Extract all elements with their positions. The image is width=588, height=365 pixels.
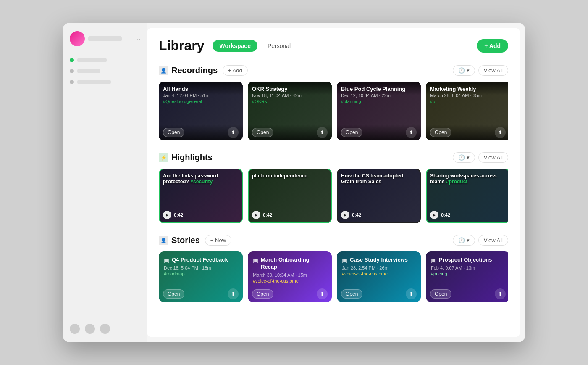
highlight-card: Sharing workspaces across teams #product… xyxy=(426,169,508,223)
story-bottom: Open ⬆ xyxy=(159,286,243,302)
recording-card: Marketing Weekly March 28, 8:04 AM · 35m… xyxy=(426,82,508,140)
card-open-button[interactable]: Open xyxy=(252,128,273,137)
highlight-tag: #security xyxy=(190,179,213,185)
export-icon[interactable]: ⬆ xyxy=(228,127,239,138)
card-bottom: Open ⬆ xyxy=(248,124,332,140)
story-title: Case Study Interviews xyxy=(350,257,408,264)
recordings-sort-button[interactable]: 🕐 ▾ xyxy=(453,65,475,76)
card-date: Nov 18, 11:04 AM · 42m xyxy=(252,93,328,98)
export-icon[interactable]: ⬆ xyxy=(406,127,417,138)
nav-item-label xyxy=(77,58,107,62)
story-open-button[interactable]: Open xyxy=(252,289,273,299)
highlight-play-row: ▶ 0:42 xyxy=(430,211,450,219)
highlights-view-all-button[interactable]: View All xyxy=(478,152,508,163)
play-button[interactable]: ▶ xyxy=(341,211,349,219)
highlights-icon: ⚡ xyxy=(159,153,168,162)
play-button[interactable]: ▶ xyxy=(430,211,438,219)
card-title: Marketing Weekly xyxy=(430,86,506,92)
card-open-button[interactable]: Open xyxy=(163,128,184,137)
play-button[interactable]: ▶ xyxy=(163,211,171,219)
sidebar-username xyxy=(88,36,122,41)
card-date: Jan 4, 12:04 PM · 51m xyxy=(163,93,239,98)
stories-sort-button[interactable]: 🕐 ▾ xyxy=(453,235,475,246)
card-date: March 28, 8:04 AM · 35m xyxy=(430,93,506,98)
sidebar-nav-item-2[interactable] xyxy=(70,67,140,75)
recordings-title: Recordings xyxy=(171,66,218,75)
export-icon[interactable]: ⬆ xyxy=(495,288,506,299)
highlight-title: Are the links password protected? #secur… xyxy=(163,173,239,185)
nav-dot xyxy=(70,58,74,62)
highlights-header: ⚡ Highlights 🕐 ▾ View All xyxy=(159,152,508,163)
tab-workspace-button[interactable]: Workspace xyxy=(213,40,257,52)
story-icon: ▣ xyxy=(164,257,169,264)
tab-personal-button[interactable]: Personal xyxy=(261,40,297,52)
export-icon[interactable]: ⬆ xyxy=(317,288,328,299)
story-tag: #voice-of-the-customer xyxy=(342,271,416,276)
card-date: Dec 12, 10:44 AM · 22m xyxy=(341,93,417,98)
card-tag: #pr xyxy=(430,99,506,104)
play-button[interactable]: ▶ xyxy=(252,211,260,219)
sidebar-more-icon[interactable]: ··· xyxy=(135,35,140,42)
story-card: ▣ Case Study Interviews Jan 28, 2:54 PM … xyxy=(337,251,421,302)
recordings-view-all-button[interactable]: View All xyxy=(478,65,508,76)
export-icon[interactable]: ⬆ xyxy=(228,288,239,299)
stories-icon: 👤 xyxy=(159,236,168,245)
highlight-play-row: ▶ 0:42 xyxy=(341,211,361,219)
export-icon[interactable]: ⬆ xyxy=(495,127,506,138)
nav-dot xyxy=(70,69,74,73)
story-card: ▣ March Onboarding Recap March 30, 10:34… xyxy=(248,251,332,302)
story-title: Q4 Product Feedback xyxy=(172,257,228,264)
recordings-section: 👤 Recordings + Add 🕐 ▾ View All xyxy=(159,65,508,140)
main-content: Library Workspace Personal + Add 👤 Recor… xyxy=(147,28,520,337)
highlights-sort-button[interactable]: 🕐 ▾ xyxy=(453,152,475,163)
page-title: Library xyxy=(159,38,204,53)
story-card: ▣ Q4 Product Feedback Dec 18, 5:04 PM · … xyxy=(159,251,243,302)
story-header: ▣ Prospect Objections xyxy=(431,257,505,264)
stories-view-all-button[interactable]: View All xyxy=(478,235,508,246)
story-icon: ▣ xyxy=(253,257,258,264)
play-duration: 0:42 xyxy=(263,212,272,217)
footer-icon-3[interactable] xyxy=(100,324,110,334)
play-duration: 0:42 xyxy=(174,212,183,217)
story-open-button[interactable]: Open xyxy=(341,289,362,299)
story-tag: #roadmap xyxy=(164,271,238,276)
card-open-button[interactable]: Open xyxy=(430,128,452,137)
recordings-icon: 👤 xyxy=(159,66,168,75)
highlights-cards-row: Are the links password protected? #secur… xyxy=(159,169,508,223)
sidebar-nav-item-3[interactable] xyxy=(70,78,140,86)
highlights-actions: 🕐 ▾ View All xyxy=(453,152,508,163)
sidebar-nav-item-1[interactable] xyxy=(70,56,140,64)
highlights-section: ⚡ Highlights 🕐 ▾ View All A xyxy=(159,152,508,223)
card-open-button[interactable]: Open xyxy=(341,128,362,137)
story-tag: #voice-of-the-customer xyxy=(253,278,327,283)
card-bottom: Open ⬆ xyxy=(337,124,421,140)
export-icon[interactable]: ⬆ xyxy=(406,288,417,299)
chevron-down-icon: ▾ xyxy=(467,154,470,161)
recordings-cards-row: All Hands Jan 4, 12:04 PM · 51m #Quest.i… xyxy=(159,82,508,140)
clock-icon: 🕐 xyxy=(458,67,465,74)
stories-new-button[interactable]: + New xyxy=(205,235,231,246)
highlight-title: platform independence xyxy=(252,173,328,179)
footer-icon-2[interactable] xyxy=(85,324,95,334)
card-title: Blue Pod Cycle Planning xyxy=(341,86,417,92)
chevron-down-icon: ▾ xyxy=(467,67,470,74)
card-title: All Hands xyxy=(163,86,239,92)
story-title: Prospect Objections xyxy=(439,257,492,264)
highlight-play-row: ▶ 0:42 xyxy=(252,211,272,219)
story-open-button[interactable]: Open xyxy=(430,289,452,299)
play-duration: 0:42 xyxy=(352,212,361,217)
card-overlay: Blue Pod Cycle Planning Dec 12, 10:44 AM… xyxy=(337,82,421,104)
add-main-button[interactable]: + Add xyxy=(477,39,508,53)
clock-icon: 🕐 xyxy=(458,154,465,161)
nav-item-label xyxy=(77,69,100,73)
highlight-tag: #product xyxy=(446,179,467,185)
recordings-add-button[interactable]: + Add xyxy=(223,65,248,76)
highlight-title: How the CS team adopted Grain from Sales xyxy=(341,173,417,185)
story-open-button[interactable]: Open xyxy=(163,289,184,299)
export-icon[interactable]: ⬆ xyxy=(317,127,328,138)
story-date: March 30, 10:34 AM · 15m xyxy=(253,272,327,278)
footer-icon-1[interactable] xyxy=(70,324,80,334)
sidebar-user-row: ··· xyxy=(70,31,140,46)
stories-cards-row: ▣ Q4 Product Feedback Dec 18, 5:04 PM · … xyxy=(159,251,508,302)
recording-card: All Hands Jan 4, 12:04 PM · 51m #Quest.i… xyxy=(159,82,243,140)
